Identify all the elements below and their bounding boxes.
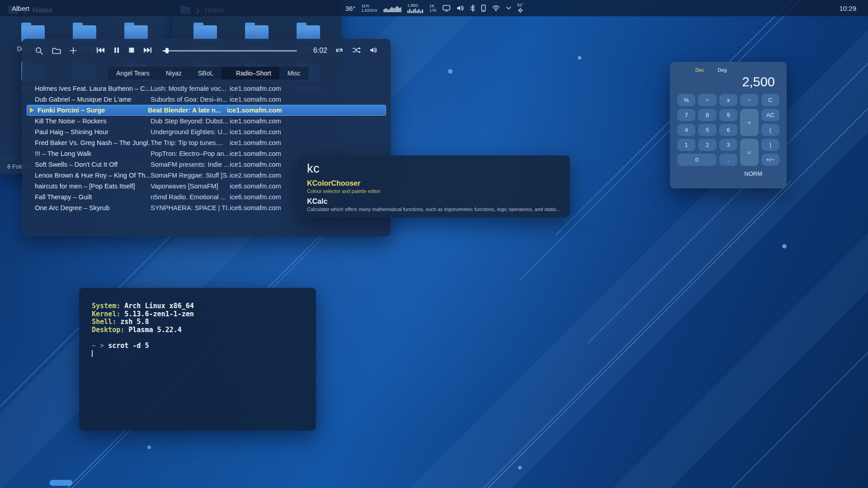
key-4[interactable]: 4 <box>677 124 695 136</box>
key-multiply[interactable]: x <box>719 94 737 106</box>
playlist-row[interactable]: Paul Haig – Shining HourUnderground Eigh… <box>22 127 391 137</box>
key-8[interactable]: 8 <box>698 109 716 121</box>
tab-angel-tears[interactable]: Angel Tears <box>108 67 158 80</box>
row-station: Beat Blender: A late n... <box>148 107 227 114</box>
key-close-paren[interactable]: ) <box>761 139 779 151</box>
cpu-load: 11% <box>361 4 369 8</box>
key-plus-minus[interactable]: +/− <box>761 154 779 166</box>
weather-widget[interactable]: 61° <box>517 3 524 13</box>
row-station: Underground Eighties: U... <box>151 128 230 136</box>
tab-label: Radio–Short <box>236 70 271 77</box>
row-title: Dub Gabriel – Musique De L'ame <box>35 96 151 103</box>
calculator-window: Dec Deg 2,500 % ÷ x − C 7 8 9 + AC 4 5 6… <box>670 62 787 188</box>
calculator-keypad: % ÷ x − C 7 8 9 + AC 4 5 6 ( 1 2 3 = ) 0… <box>677 94 779 166</box>
row-title: Fred Baker Vs. Greg Nash – The Jungl... <box>35 139 151 146</box>
terminal-window[interactable]: System: Arch Linux x86_64 Kernel: 5.13.6… <box>79 288 316 431</box>
cpu-frequency: 1.62GHz <box>361 9 377 13</box>
search-button[interactable] <box>34 46 44 56</box>
repeat-button[interactable] <box>334 46 344 56</box>
key-3[interactable]: 3 <box>719 139 737 151</box>
tab-niyaz[interactable]: Niyaz <box>158 67 190 80</box>
bluetooth-icon[interactable] <box>470 5 475 12</box>
terminal-prompt-line: ~ > scrot -d 5 <box>92 342 303 350</box>
row-stream: ice1.somafm.com <box>230 85 384 92</box>
playlist-row[interactable]: Holmes Ives Feat. Laura Burhenn – C...Lu… <box>22 83 391 94</box>
key-percent[interactable]: % <box>677 94 695 106</box>
display-icon[interactable] <box>443 5 450 12</box>
key-dot[interactable]: . <box>719 154 737 166</box>
row-station: SYNPHAERA: SPACE | TI... <box>151 204 230 211</box>
clock: 10:29 <box>839 5 856 12</box>
key-open-paren[interactable]: ( <box>761 124 779 136</box>
key-all-clear[interactable]: AC <box>761 109 779 121</box>
result-name: KCalc <box>307 197 562 206</box>
previous-track-button[interactable] <box>95 46 106 56</box>
playlist-row-selected[interactable]: Funki Porcini – SurgeBeat Blender: A lat… <box>27 105 386 116</box>
open-folder-button[interactable] <box>51 46 62 56</box>
row-station: Vaporwaves [SomaFM] <box>151 183 230 190</box>
key-9[interactable]: 9 <box>719 109 737 121</box>
chevron-down-icon[interactable] <box>506 6 511 10</box>
playlist-row[interactable]: Dub Gabriel – Musique De L'ameSuburbs of… <box>22 94 391 105</box>
add-button[interactable] <box>69 46 78 55</box>
key-5[interactable]: 5 <box>698 124 716 136</box>
key-divide[interactable]: ÷ <box>698 94 716 106</box>
launcher-result[interactable]: KCalc Calculator which offers many mathe… <box>307 197 562 212</box>
key-clear[interactable]: C <box>761 94 779 106</box>
number-base-label[interactable]: Dec <box>695 67 704 73</box>
search-icon <box>35 47 43 55</box>
key-7[interactable]: 7 <box>677 109 695 121</box>
key-2[interactable]: 2 <box>698 139 716 151</box>
cpu-graph-icon <box>383 4 401 12</box>
angle-mode-label[interactable]: Deg <box>718 67 727 73</box>
info-label: Desktop: <box>92 326 124 334</box>
next-track-button[interactable] <box>142 46 153 56</box>
row-station: Lush: Mostly female voc... <box>151 85 230 92</box>
tab-radio-short[interactable]: Radio–Short <box>222 67 279 80</box>
row-stream: ice1.somafm.com <box>230 96 384 103</box>
memory-stats: 1.86G <box>407 4 424 13</box>
launcher-result[interactable]: KColorChooser Colour selector and palett… <box>307 179 562 194</box>
key-plus[interactable]: + <box>740 109 758 136</box>
stop-button[interactable] <box>127 46 136 56</box>
folder-icon <box>52 47 61 55</box>
row-station: SomaFM Reggae: Stuff [S... <box>151 172 230 179</box>
key-minus[interactable]: − <box>740 94 758 106</box>
shuffle-button[interactable] <box>351 46 362 56</box>
player-volume-button[interactable] <box>368 46 379 56</box>
tab-misc[interactable]: Misc <box>279 67 309 80</box>
terminal-blank-line <box>92 334 303 342</box>
volume-icon[interactable] <box>456 5 464 12</box>
seek-handle[interactable] <box>165 48 169 53</box>
row-title: Fall Therapy – Guilt <box>35 193 151 201</box>
cpu-stats: 11% 1.62GHz <box>361 4 377 13</box>
wifi-icon[interactable] <box>492 5 500 11</box>
row-title: Soft Swells – Don't Cut It Off <box>35 161 151 168</box>
terminal-line: Desktop: Plasma 5.22.4 <box>92 326 303 334</box>
calculator-status: NORM <box>677 166 779 177</box>
calculator-modes: Dec Deg <box>677 67 779 73</box>
now-playing-icon <box>30 108 34 113</box>
calculator-display: 2,500 <box>677 73 779 94</box>
seek-slider[interactable] <box>163 47 297 55</box>
playlist-row[interactable]: Kill The Noise – RockersDub Step Beyond:… <box>22 116 391 127</box>
pause-button[interactable] <box>113 46 121 56</box>
net-download: 17K <box>429 9 437 13</box>
net-upload: 1K <box>429 4 434 8</box>
launcher-query-input[interactable]: kc <box>307 162 562 176</box>
playlist-row[interactable]: Fred Baker Vs. Greg Nash – The Jungl...T… <box>22 137 391 148</box>
terminal-line: Kernel: 5.13.6-zen1-1-zen <box>92 310 303 319</box>
seek-track <box>163 50 297 52</box>
key-0[interactable]: 0 <box>677 154 717 166</box>
key-1[interactable]: 1 <box>677 139 695 151</box>
temperature-reading: 36° <box>345 5 356 12</box>
key-6[interactable]: 6 <box>719 124 737 136</box>
row-station: SomaFM presents: Indie ... <box>151 161 230 168</box>
tab-label: Niyaz <box>166 70 182 77</box>
terminal-cursor <box>92 350 93 357</box>
key-equals[interactable]: = <box>740 139 758 166</box>
tab-sbol[interactable]: SBoL <box>190 67 222 80</box>
tab-label: Angel Tears <box>116 70 150 77</box>
phone-icon[interactable] <box>481 5 486 12</box>
result-description: Calculator which offers many mathematica… <box>307 206 560 212</box>
